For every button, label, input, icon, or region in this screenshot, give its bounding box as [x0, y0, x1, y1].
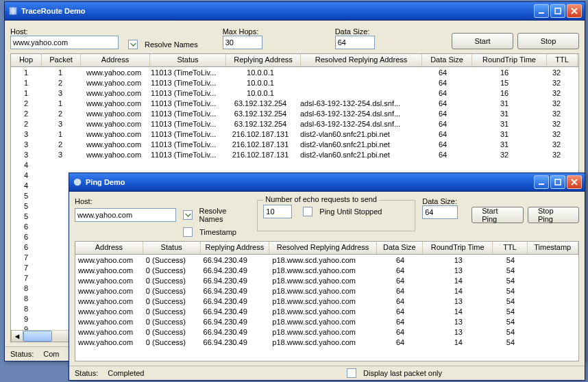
resolve-names-label: Resolve Names — [199, 207, 251, 223]
table-row[interactable]: www.yahoo.com0 (Success)66.94.230.49p18.… — [75, 306, 578, 316]
scroll-thumb[interactable] — [23, 331, 52, 342]
table-row[interactable]: 12www.yahoo.com11013 (TimeToLiv...10.0.0… — [11, 77, 578, 88]
scroll-left-icon[interactable]: ◄ — [11, 330, 23, 342]
cell: 2 — [11, 110, 41, 118]
svg-point-3 — [74, 179, 82, 186]
column-header[interactable]: Resolved Replying Address — [301, 54, 422, 66]
resolve-names-checkbox[interactable] — [183, 210, 193, 220]
stop-button[interactable]: Stop — [517, 33, 579, 49]
datasize-input[interactable] — [335, 36, 375, 49]
column-header[interactable]: Status — [150, 54, 226, 66]
table-row[interactable]: 11www.yahoo.com11013 (TimeToLiv...10.0.0… — [11, 67, 578, 77]
cell: www.yahoo.com — [79, 110, 148, 118]
column-header[interactable]: RoundTrip Time — [423, 242, 493, 254]
column-header[interactable]: Hop — [11, 54, 42, 66]
cell: 63.192.132.254 — [223, 120, 297, 128]
column-header[interactable]: Address — [75, 242, 143, 254]
table-row[interactable]: www.yahoo.com0 (Success)66.94.230.49p18.… — [75, 316, 578, 327]
cell: 16 — [467, 89, 541, 97]
table-row[interactable]: www.yahoo.com0 (Success)66.94.230.49p18.… — [75, 285, 578, 296]
echo-count-input[interactable] — [263, 205, 292, 218]
column-header[interactable]: Replying Address — [201, 242, 270, 254]
timestamp-checkbox[interactable] — [183, 227, 193, 237]
table-row[interactable]: 4 — [11, 160, 578, 170]
table-row[interactable]: 23www.yahoo.com11013 (TimeToLiv...63.192… — [11, 118, 578, 129]
host-input[interactable] — [10, 36, 119, 49]
cell: 11013 (TimeToLiv... — [148, 130, 223, 138]
cell: 11013 (TimeToLiv... — [148, 79, 223, 87]
cell: 4 — [11, 161, 41, 169]
cell: 2 — [41, 140, 79, 149]
host-input[interactable] — [75, 208, 176, 222]
column-header[interactable]: Data Size — [377, 242, 423, 254]
cell: 0 (Success) — [143, 256, 201, 264]
maxhops-input[interactable] — [223, 36, 262, 49]
cell: 4 — [11, 181, 41, 190]
maximize-button[interactable] — [550, 175, 565, 189]
ping-until-checkbox[interactable] — [303, 207, 313, 216]
table-row[interactable]: www.yahoo.com0 (Success)66.94.230.49p18.… — [75, 296, 578, 306]
cell: 216.102.187.131 — [223, 140, 297, 149]
cell: www.yahoo.com — [79, 99, 148, 107]
minimize-button[interactable] — [534, 4, 549, 18]
cell: adsl-63-192-132-254.dsl.snf... — [297, 120, 418, 128]
cell: 64 — [378, 318, 424, 326]
table-row[interactable]: www.yahoo.com0 (Success)66.94.230.49p18.… — [75, 275, 578, 285]
start-button[interactable]: Start — [452, 33, 513, 49]
maximize-button[interactable] — [550, 4, 565, 18]
table-row[interactable]: 32www.yahoo.com11013 (TimeToLiv...216.10… — [11, 139, 578, 149]
close-button[interactable] — [567, 4, 582, 18]
start-ping-button[interactable]: Start Ping — [471, 207, 524, 223]
cell: 3 — [41, 151, 79, 159]
cell: 11013 (TimeToLiv... — [148, 89, 223, 97]
table-row[interactable]: www.yahoo.com0 (Success)66.94.230.49p18.… — [75, 327, 578, 337]
cell: 13 — [423, 318, 493, 326]
cell: 3 — [11, 140, 41, 149]
table-row[interactable]: 21www.yahoo.com11013 (TimeToLiv...63.192… — [11, 98, 578, 108]
cell: 9 — [11, 325, 41, 331]
minimize-button[interactable] — [534, 175, 549, 189]
cell: 31 — [467, 140, 541, 149]
cell: 2 — [11, 99, 41, 107]
close-button[interactable] — [567, 175, 582, 189]
cell: p18.www.scd.yahoo.com — [269, 307, 378, 316]
table-row[interactable]: www.yahoo.com0 (Success)66.94.230.49p18.… — [75, 337, 578, 347]
window-title: Ping Demo — [86, 178, 534, 186]
cell: 54 — [493, 266, 528, 275]
table-row[interactable]: www.yahoo.com0 (Success)66.94.230.49p18.… — [75, 255, 578, 265]
table-row[interactable]: 33www.yahoo.com11013 (TimeToLiv...216.10… — [11, 149, 578, 160]
cell: 13 — [423, 266, 493, 275]
cell: 11013 (TimeToLiv... — [148, 110, 223, 118]
table-row[interactable]: 22www.yahoo.com11013 (TimeToLiv...63.192… — [11, 108, 578, 118]
column-header[interactable]: Packet — [42, 54, 81, 66]
column-header[interactable]: Data Size — [422, 54, 472, 66]
host-label: Host: — [10, 27, 119, 36]
column-header[interactable]: Timestamp — [528, 242, 578, 254]
cell: www.yahoo.com — [75, 287, 143, 295]
column-header[interactable]: TTL — [493, 242, 527, 254]
resolve-names-checkbox[interactable] — [128, 40, 138, 49]
column-header[interactable]: Replying Address — [226, 54, 301, 66]
cell: 216.102.187.131 — [223, 151, 297, 159]
cell: p18.www.scd.yahoo.com — [269, 318, 378, 326]
table-row[interactable]: 31www.yahoo.com11013 (TimeToLiv...216.10… — [11, 129, 578, 139]
titlebar[interactable]: Ping Demo — [69, 173, 585, 192]
cell: 1 — [11, 79, 41, 87]
ping-grid[interactable]: AddressStatusReplying AddressResolved Re… — [75, 241, 579, 361]
display-last-checkbox[interactable] — [347, 368, 356, 378]
table-row[interactable]: 13www.yahoo.com11013 (TimeToLiv...10.0.0… — [11, 88, 578, 98]
column-header[interactable]: RoundTrip Time — [472, 54, 547, 66]
datasize-input[interactable] — [422, 205, 458, 219]
titlebar[interactable]: TraceRoute Demo — [5, 2, 585, 21]
table-row[interactable]: www.yahoo.com0 (Success)66.94.230.49p18.… — [75, 265, 578, 275]
cell: 14 — [423, 277, 493, 285]
cell: 3 — [11, 151, 41, 159]
cell: 14 — [423, 307, 493, 316]
column-header[interactable]: TTL — [547, 54, 578, 66]
cell: www.yahoo.com — [75, 256, 143, 264]
column-header[interactable]: Status — [143, 242, 201, 254]
column-header[interactable]: Address — [81, 54, 150, 66]
resolve-names-label: Resolve Names — [145, 40, 198, 49]
column-header[interactable]: Resolved Replying Address — [269, 242, 377, 254]
stop-ping-button[interactable]: Stop Ping — [528, 207, 579, 223]
